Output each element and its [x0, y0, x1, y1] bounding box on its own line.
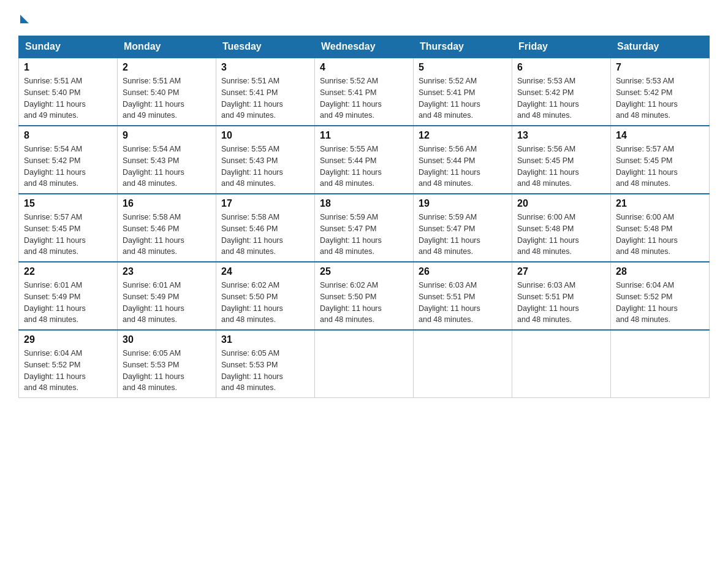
day-info: Sunrise: 5:56 AMSunset: 5:45 PMDaylight:… [517, 144, 605, 190]
calendar-cell: 7Sunrise: 5:53 AMSunset: 5:42 PMDaylight… [611, 58, 710, 126]
page-header [18, 12, 710, 23]
logo [18, 12, 29, 23]
day-number: 9 [123, 130, 211, 141]
calendar-cell: 19Sunrise: 5:59 AMSunset: 5:47 PMDayligh… [414, 194, 512, 262]
calendar-cell: 21Sunrise: 6:00 AMSunset: 5:48 PMDayligh… [611, 194, 710, 262]
day-number: 14 [616, 130, 704, 141]
calendar-cell: 29Sunrise: 6:04 AMSunset: 5:52 PMDayligh… [19, 330, 118, 398]
day-info: Sunrise: 5:51 AMSunset: 5:40 PMDaylight:… [123, 75, 211, 121]
calendar-cell: 15Sunrise: 5:57 AMSunset: 5:45 PMDayligh… [19, 194, 118, 262]
day-number: 13 [517, 130, 605, 141]
calendar-cell: 18Sunrise: 5:59 AMSunset: 5:47 PMDayligh… [315, 194, 414, 262]
week-row-1: 1Sunrise: 5:51 AMSunset: 5:40 PMDaylight… [19, 58, 710, 126]
day-number: 29 [24, 334, 112, 345]
calendar-cell: 22Sunrise: 6:01 AMSunset: 5:49 PMDayligh… [19, 262, 118, 330]
day-info: Sunrise: 5:57 AMSunset: 5:45 PMDaylight:… [24, 212, 112, 258]
day-info: Sunrise: 5:55 AMSunset: 5:43 PMDaylight:… [221, 144, 309, 190]
calendar-table: SundayMondayTuesdayWednesdayThursdayFrid… [18, 36, 710, 398]
day-number: 21 [616, 198, 704, 209]
calendar-cell: 26Sunrise: 6:03 AMSunset: 5:51 PMDayligh… [414, 262, 512, 330]
day-number: 22 [24, 266, 112, 277]
logo-arrow-icon [20, 15, 29, 23]
calendar-cell: 1Sunrise: 5:51 AMSunset: 5:40 PMDaylight… [19, 58, 118, 126]
day-info: Sunrise: 6:03 AMSunset: 5:51 PMDaylight:… [419, 280, 507, 326]
day-info: Sunrise: 6:01 AMSunset: 5:49 PMDaylight:… [123, 280, 211, 326]
day-number: 26 [419, 266, 507, 277]
day-number: 24 [221, 266, 309, 277]
day-number: 27 [517, 266, 605, 277]
day-info: Sunrise: 6:05 AMSunset: 5:53 PMDaylight:… [123, 348, 211, 394]
day-info: Sunrise: 5:51 AMSunset: 5:41 PMDaylight:… [221, 75, 309, 121]
day-number: 2 [123, 62, 211, 73]
day-number: 19 [419, 198, 507, 209]
day-info: Sunrise: 5:54 AMSunset: 5:42 PMDaylight:… [24, 144, 112, 190]
day-info: Sunrise: 5:58 AMSunset: 5:46 PMDaylight:… [221, 212, 309, 258]
day-number: 3 [221, 62, 309, 73]
day-info: Sunrise: 5:52 AMSunset: 5:41 PMDaylight:… [419, 75, 507, 121]
day-info: Sunrise: 5:55 AMSunset: 5:44 PMDaylight:… [320, 144, 408, 190]
day-info: Sunrise: 5:54 AMSunset: 5:43 PMDaylight:… [123, 144, 211, 190]
day-number: 7 [616, 62, 704, 73]
day-number: 5 [419, 62, 507, 73]
day-number: 15 [24, 198, 112, 209]
week-row-5: 29Sunrise: 6:04 AMSunset: 5:52 PMDayligh… [19, 330, 710, 398]
calendar-cell: 28Sunrise: 6:04 AMSunset: 5:52 PMDayligh… [611, 262, 710, 330]
day-info: Sunrise: 6:04 AMSunset: 5:52 PMDaylight:… [24, 348, 112, 394]
column-header-sunday: Sunday [19, 36, 118, 58]
day-number: 25 [320, 266, 408, 277]
day-number: 8 [24, 130, 112, 141]
day-info: Sunrise: 5:59 AMSunset: 5:47 PMDaylight:… [320, 212, 408, 258]
column-header-monday: Monday [118, 36, 216, 58]
calendar-cell: 9Sunrise: 5:54 AMSunset: 5:43 PMDaylight… [118, 126, 216, 194]
day-number: 20 [517, 198, 605, 209]
day-info: Sunrise: 6:05 AMSunset: 5:53 PMDaylight:… [221, 348, 309, 394]
calendar-cell: 31Sunrise: 6:05 AMSunset: 5:53 PMDayligh… [216, 330, 315, 398]
day-number: 17 [221, 198, 309, 209]
column-header-saturday: Saturday [611, 36, 710, 58]
week-row-4: 22Sunrise: 6:01 AMSunset: 5:49 PMDayligh… [19, 262, 710, 330]
calendar-cell: 6Sunrise: 5:53 AMSunset: 5:42 PMDaylight… [512, 58, 611, 126]
day-number: 31 [221, 334, 309, 345]
calendar-cell: 8Sunrise: 5:54 AMSunset: 5:42 PMDaylight… [19, 126, 118, 194]
day-number: 23 [123, 266, 211, 277]
day-number: 6 [517, 62, 605, 73]
calendar-cell: 4Sunrise: 5:52 AMSunset: 5:41 PMDaylight… [315, 58, 414, 126]
calendar-cell [512, 330, 611, 398]
day-info: Sunrise: 6:01 AMSunset: 5:49 PMDaylight:… [24, 280, 112, 326]
day-info: Sunrise: 6:00 AMSunset: 5:48 PMDaylight:… [517, 212, 605, 258]
day-info: Sunrise: 5:58 AMSunset: 5:46 PMDaylight:… [123, 212, 211, 258]
day-info: Sunrise: 6:02 AMSunset: 5:50 PMDaylight:… [221, 280, 309, 326]
day-number: 28 [616, 266, 704, 277]
calendar-cell: 11Sunrise: 5:55 AMSunset: 5:44 PMDayligh… [315, 126, 414, 194]
column-header-wednesday: Wednesday [315, 36, 414, 58]
calendar-cell: 16Sunrise: 5:58 AMSunset: 5:46 PMDayligh… [118, 194, 216, 262]
calendar-cell: 12Sunrise: 5:56 AMSunset: 5:44 PMDayligh… [414, 126, 512, 194]
day-info: Sunrise: 6:03 AMSunset: 5:51 PMDaylight:… [517, 280, 605, 326]
day-info: Sunrise: 5:51 AMSunset: 5:40 PMDaylight:… [24, 75, 112, 121]
calendar-cell: 2Sunrise: 5:51 AMSunset: 5:40 PMDaylight… [118, 58, 216, 126]
calendar-cell: 30Sunrise: 6:05 AMSunset: 5:53 PMDayligh… [118, 330, 216, 398]
day-info: Sunrise: 6:00 AMSunset: 5:48 PMDaylight:… [616, 212, 704, 258]
calendar-cell: 14Sunrise: 5:57 AMSunset: 5:45 PMDayligh… [611, 126, 710, 194]
column-header-tuesday: Tuesday [216, 36, 315, 58]
calendar-cell: 10Sunrise: 5:55 AMSunset: 5:43 PMDayligh… [216, 126, 315, 194]
week-row-2: 8Sunrise: 5:54 AMSunset: 5:42 PMDaylight… [19, 126, 710, 194]
calendar-cell: 27Sunrise: 6:03 AMSunset: 5:51 PMDayligh… [512, 262, 611, 330]
calendar-cell: 3Sunrise: 5:51 AMSunset: 5:41 PMDaylight… [216, 58, 315, 126]
day-number: 10 [221, 130, 309, 141]
day-number: 16 [123, 198, 211, 209]
day-info: Sunrise: 5:59 AMSunset: 5:47 PMDaylight:… [419, 212, 507, 258]
day-info: Sunrise: 5:52 AMSunset: 5:41 PMDaylight:… [320, 75, 408, 121]
column-header-friday: Friday [512, 36, 611, 58]
day-number: 30 [123, 334, 211, 345]
day-info: Sunrise: 6:04 AMSunset: 5:52 PMDaylight:… [616, 280, 704, 326]
day-info: Sunrise: 5:57 AMSunset: 5:45 PMDaylight:… [616, 144, 704, 190]
day-number: 4 [320, 62, 408, 73]
day-number: 1 [24, 62, 112, 73]
week-row-3: 15Sunrise: 5:57 AMSunset: 5:45 PMDayligh… [19, 194, 710, 262]
calendar-cell [414, 330, 512, 398]
day-info: Sunrise: 5:53 AMSunset: 5:42 PMDaylight:… [616, 75, 704, 121]
day-info: Sunrise: 6:02 AMSunset: 5:50 PMDaylight:… [320, 280, 408, 326]
calendar-cell [315, 330, 414, 398]
calendar-cell: 13Sunrise: 5:56 AMSunset: 5:45 PMDayligh… [512, 126, 611, 194]
